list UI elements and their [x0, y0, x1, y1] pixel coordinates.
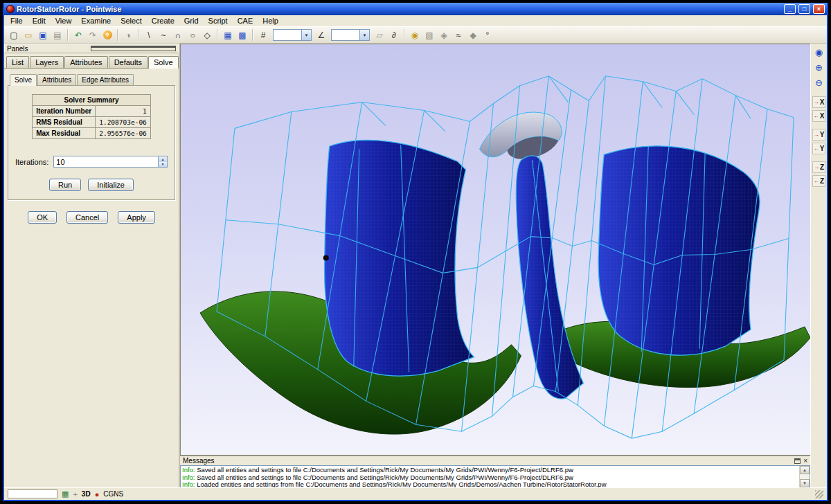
- main-toolbar: ▢ ▭ ▣ ▤ ↶ ↷ ? ◑ \ ~ ∩ ○ ◇ ▦ ▩ # ▼ ∠ ▼ ▱ …: [4, 27, 827, 44]
- new-file-icon[interactable]: ▢: [7, 28, 21, 42]
- scroll-up-icon[interactable]: ▲: [800, 466, 810, 474]
- subtab-edge-attributes[interactable]: Edge Attributes: [77, 74, 134, 85]
- cancel-button[interactable]: Cancel: [66, 211, 108, 224]
- tab-list[interactable]: List: [6, 56, 29, 68]
- help-icon[interactable]: ?: [100, 28, 114, 42]
- subtab-solve[interactable]: Solve: [10, 74, 37, 86]
- connector-icon[interactable]: ≈: [452, 28, 465, 42]
- close-button[interactable]: ×: [813, 4, 825, 14]
- chevron-down-icon[interactable]: ▼: [301, 30, 311, 40]
- measure-icon[interactable]: °: [481, 28, 494, 42]
- toolbar-separator: [117, 29, 118, 41]
- tab-layers[interactable]: Layers: [30, 56, 64, 68]
- cae-status-icon: ●: [95, 490, 100, 498]
- view-plus-z-button[interactable]: →Z: [812, 161, 825, 173]
- iterations-spinner[interactable]: ▲▼: [158, 156, 167, 167]
- zoom-in-icon[interactable]: ⊕: [812, 61, 825, 74]
- view-plus-y-button[interactable]: →Y: [812, 129, 825, 141]
- undo-icon[interactable]: ↶: [71, 28, 85, 42]
- tab-solve[interactable]: Solve: [148, 56, 179, 69]
- open-icon[interactable]: ▭: [21, 28, 35, 42]
- tab-defaults[interactable]: Defaults: [109, 56, 148, 68]
- messages-scrollbar[interactable]: ▲ ▼: [799, 466, 810, 487]
- summary-row-label: RMS Residual: [33, 117, 96, 128]
- menu-item[interactable]: View: [51, 16, 77, 26]
- scroll-down-icon[interactable]: ▼: [800, 479, 810, 487]
- axis-arrow-icon: →: [814, 164, 819, 170]
- solid-grid-icon[interactable]: ▩: [235, 28, 249, 42]
- status-input[interactable]: [8, 489, 57, 498]
- messages-header[interactable]: Messages ×: [180, 456, 810, 465]
- zoom-out-icon[interactable]: ⊖: [812, 76, 825, 89]
- dimension-combo[interactable]: ▼: [273, 29, 312, 41]
- menu-item[interactable]: Script: [204, 16, 233, 26]
- menu-item[interactable]: Grid: [179, 16, 204, 26]
- curve-tool-icon[interactable]: ~: [157, 28, 170, 42]
- save-icon[interactable]: ▣: [36, 28, 50, 42]
- messages-panel: Messages × Info: Saved all entities and …: [180, 456, 810, 487]
- maximize-button[interactable]: □: [798, 4, 810, 14]
- panels-header[interactable]: Panels: [4, 44, 179, 53]
- viewport-3d[interactable]: [180, 44, 810, 456]
- menu-item[interactable]: Select: [116, 16, 147, 26]
- axis-arrow-icon: ←: [814, 178, 819, 184]
- dimension-icon[interactable]: #: [256, 28, 270, 42]
- menu-item[interactable]: Create: [147, 16, 179, 26]
- partial-derivative-icon[interactable]: ∂: [387, 28, 401, 42]
- solver-summary-title: Solver Summary: [33, 95, 151, 106]
- summary-row-label: Iteration Number: [33, 106, 96, 117]
- solve-subtab-row: Solve Attributes Edge Attributes: [8, 74, 175, 85]
- subtab-attributes[interactable]: Attributes: [37, 74, 76, 85]
- arc-tool-icon[interactable]: ∩: [171, 28, 185, 42]
- view-minus-x-button[interactable]: ←X: [812, 110, 825, 122]
- block-icon[interactable]: ▧: [422, 28, 436, 42]
- examine-icon[interactable]: ◉: [812, 46, 825, 59]
- circle-tool-icon[interactable]: ○: [186, 28, 199, 42]
- print-icon[interactable]: ▤: [51, 28, 64, 42]
- view-minus-z-button[interactable]: ←Z: [812, 175, 825, 187]
- mask-icon[interactable]: ◑: [121, 28, 135, 42]
- solver-summary-table: Solver Summary Iteration Number 1 RMS Re…: [32, 94, 151, 139]
- iterations-field[interactable]: ▲▼: [53, 156, 168, 168]
- minimize-button[interactable]: _: [784, 4, 796, 14]
- ok-button[interactable]: OK: [28, 211, 57, 224]
- app-logo-icon: [6, 5, 15, 13]
- menu-item[interactable]: Examine: [76, 16, 116, 26]
- line-tool-icon[interactable]: \: [142, 28, 156, 42]
- float-messages-icon[interactable]: [794, 458, 801, 464]
- angle-icon[interactable]: ∠: [314, 28, 328, 42]
- menu-item[interactable]: CAE: [233, 16, 258, 26]
- main-area: Panels List Layers Attributes Defaults S…: [4, 44, 827, 487]
- spin-up-icon: ▲: [159, 156, 167, 162]
- spacing-icon[interactable]: ◆: [466, 28, 480, 42]
- menu-item[interactable]: Edit: [28, 16, 51, 26]
- assemble-icon[interactable]: ◈: [437, 28, 451, 42]
- toolbar-separator: [67, 29, 69, 41]
- menu-item[interactable]: Help: [258, 16, 283, 26]
- structured-grid-icon[interactable]: ▦: [221, 28, 235, 42]
- title-bar[interactable]: RotorStatorRotor - Pointwise _ □ ×: [4, 3, 827, 15]
- resize-grip[interactable]: [815, 490, 823, 498]
- close-messages-icon[interactable]: ×: [803, 458, 807, 464]
- view-plus-x-button[interactable]: →X: [812, 96, 825, 108]
- apply-button[interactable]: Apply: [118, 211, 155, 224]
- summary-row-label: Max Residual: [33, 128, 96, 139]
- tab-attributes[interactable]: Attributes: [64, 56, 107, 68]
- chevron-down-icon[interactable]: ▼: [359, 30, 369, 40]
- solve-face-icon[interactable]: ◉: [408, 28, 422, 42]
- iterations-input[interactable]: [54, 156, 158, 167]
- table-row: Iteration Number 1: [33, 106, 151, 117]
- mode-indicator: 3D: [82, 490, 91, 498]
- axis-arrow-icon: →: [814, 132, 819, 138]
- surface-tool-icon[interactable]: ◇: [200, 28, 214, 42]
- angle-combo[interactable]: ▼: [331, 29, 370, 41]
- run-button[interactable]: Run: [49, 179, 81, 191]
- domain-icon[interactable]: ▱: [373, 28, 386, 42]
- view-minus-y-button[interactable]: ←Y: [812, 143, 825, 154]
- probe-icon: +: [73, 490, 77, 498]
- initialize-button[interactable]: Initialize: [88, 179, 134, 191]
- cae-format-label: CGNS: [103, 490, 123, 498]
- menu-item[interactable]: File: [6, 16, 28, 26]
- float-panel-icon[interactable]: [91, 46, 176, 51]
- redo-icon[interactable]: ↷: [86, 28, 100, 42]
